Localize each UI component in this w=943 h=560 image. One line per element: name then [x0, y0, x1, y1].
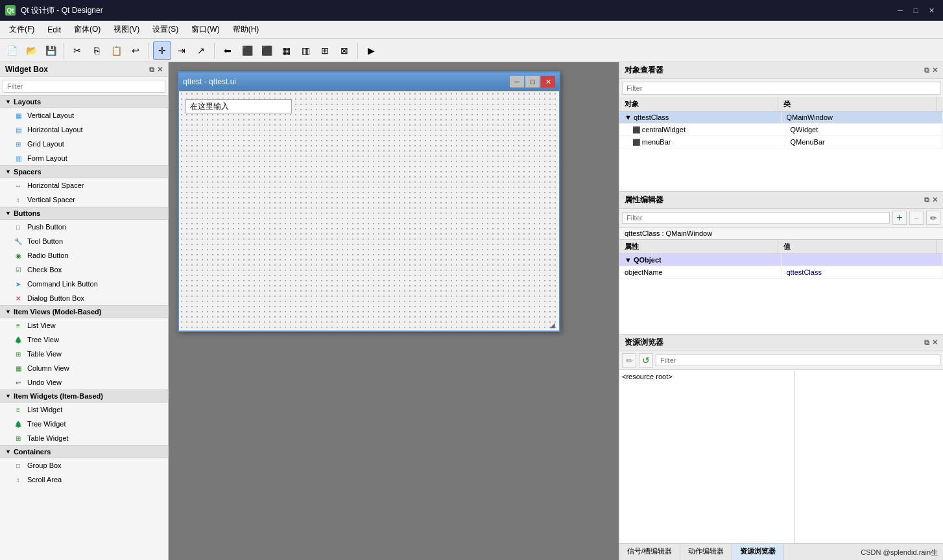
vertical-layout-icon: ▦ [13, 110, 23, 121]
property-filter[interactable] [622, 212, 890, 224]
prop-remove-btn[interactable]: − [909, 211, 924, 225]
widget-table-widget[interactable]: ⊞ Table Widget [0, 431, 168, 445]
toolbar-select[interactable]: ✛ [153, 41, 171, 60]
obj-row-qttest[interactable]: ▼ qttestClass QMainWindow [619, 111, 943, 124]
tab-action-editor[interactable]: 动作编辑器 [680, 544, 732, 560]
toolbar-new[interactable]: 📄 [3, 41, 21, 60]
widget-vertical-layout[interactable]: ▦ Vertical Layout [0, 108, 168, 122]
widget-tree-widget[interactable]: 🌲 Tree Widget [0, 417, 168, 431]
menu-form[interactable]: 窗体(O) [67, 21, 107, 38]
widget-command-link-button[interactable]: ➤ Command Link Button [0, 277, 168, 291]
resource-refresh-btn[interactable]: ↺ [639, 353, 653, 368]
design-window-maximize[interactable]: □ [525, 76, 540, 88]
prop-cell-objectname-val[interactable]: qttestClass [782, 266, 944, 278]
toolbar-align-left[interactable]: ⬅ [219, 41, 237, 60]
widget-radio-button[interactable]: ◉ Radio Button [0, 248, 168, 262]
resource-browser-float[interactable]: ⧉ [924, 338, 929, 347]
design-window-close[interactable]: ✕ [541, 76, 555, 88]
widget-box-filter[interactable] [3, 80, 165, 93]
design-window-minimize[interactable]: ─ [510, 76, 524, 88]
widget-vertical-spacer[interactable]: ↕ Vertical Spacer [0, 192, 168, 207]
resource-edit-btn[interactable]: ✏ [622, 353, 636, 368]
obj-row-menubar[interactable]: ⬛ menuBar QMenuBar [619, 136, 943, 148]
widget-horizontal-spacer[interactable]: ↔ Horizontal Spacer [0, 178, 168, 192]
title-bar-controls[interactable]: ─ □ ✕ [894, 4, 938, 17]
widget-push-button[interactable]: □ Push Button [0, 220, 168, 234]
object-inspector-controls[interactable]: ⧉ ✕ [924, 66, 938, 75]
design-window-controls[interactable]: ─ □ ✕ [510, 76, 555, 88]
resource-tree[interactable]: <resource root> [619, 370, 794, 543]
widget-dialog-button-box[interactable]: ✕ Dialog Button Box [0, 291, 168, 305]
toolbar-align-center[interactable]: ⬛ [238, 41, 256, 60]
widget-tool-button[interactable]: 🔧 Tool Button [0, 234, 168, 248]
toolbar-tab-order[interactable]: ⇥ [173, 41, 191, 60]
menu-window[interactable]: 窗口(W) [185, 21, 226, 38]
toolbar-layout-h[interactable]: ▦ [277, 41, 295, 60]
category-item-widgets-label: Item Widgets (Item-Based) [14, 392, 103, 400]
toolbar-preview[interactable]: ▶ [362, 41, 380, 60]
tab-signal-editor[interactable]: 信号/槽编辑器 [619, 544, 680, 560]
resource-browser-controls[interactable]: ⧉ ✕ [924, 338, 938, 347]
obj-row-central[interactable]: ⬛ centralWidget QWidget [619, 124, 943, 136]
toolbar-buddy[interactable]: ↗ [192, 41, 210, 60]
toolbar-paste[interactable]: 📋 [107, 41, 125, 60]
menu-settings[interactable]: 设置(S) [146, 21, 185, 38]
menu-view[interactable]: 视图(V) [107, 21, 146, 38]
toolbar-cut[interactable]: ✂ [68, 41, 86, 60]
prop-edit-btn[interactable]: ✏ [926, 211, 940, 225]
object-inspector-filter[interactable] [622, 82, 940, 95]
widget-grid-layout[interactable]: ⊞ Grid Layout [0, 137, 168, 151]
category-spacers[interactable]: ▼ Spacers [0, 165, 168, 178]
toolbar-break[interactable]: ⊠ [335, 41, 353, 60]
resize-handle[interactable]: ◢ [550, 321, 556, 328]
property-editor-controls[interactable]: ⧉ ✕ [924, 196, 938, 204]
widget-check-box[interactable]: ☑ Check Box [0, 262, 168, 277]
resource-filter[interactable] [656, 355, 940, 366]
toolbar-sep3 [214, 43, 215, 58]
property-editor-float[interactable]: ⧉ [924, 196, 929, 204]
toolbar-layout-v[interactable]: ▥ [296, 41, 315, 60]
widget-scroll-area[interactable]: ↕ Scroll Area [0, 472, 168, 487]
toolbar-layout-g[interactable]: ⊞ [316, 41, 334, 60]
widget-list-widget[interactable]: ≡ List Widget [0, 402, 168, 417]
toolbar-copy[interactable]: ⎘ [88, 41, 106, 60]
minimize-button[interactable]: ─ [894, 4, 907, 17]
widget-box-close[interactable]: ✕ [157, 65, 163, 74]
resource-browser-close[interactable]: ✕ [932, 338, 938, 347]
menu-file[interactable]: 文件(F) [3, 21, 41, 38]
category-buttons[interactable]: ▼ Buttons [0, 207, 168, 220]
widget-table-view[interactable]: ⊞ Table View [0, 347, 168, 361]
object-inspector-float[interactable]: ⧉ [924, 66, 929, 75]
category-item-widgets[interactable]: ▼ Item Widgets (Item-Based) [0, 390, 168, 402]
tab-resource-browser[interactable]: 资源浏览器 [732, 544, 784, 560]
widget-undo-view[interactable]: ↩ Undo View [0, 375, 168, 390]
design-canvas[interactable]: ◢ [179, 91, 559, 331]
close-button[interactable]: ✕ [925, 4, 938, 17]
menu-edit[interactable]: Edit [41, 23, 67, 37]
widget-list-view[interactable]: ≡ List View [0, 318, 168, 332]
design-text-input[interactable] [185, 99, 292, 113]
property-editor-close[interactable]: ✕ [932, 196, 938, 204]
category-item-views[interactable]: ▼ Item Views (Model-Based) [0, 305, 168, 318]
prop-add-btn[interactable]: + [892, 211, 907, 225]
toolbar-save[interactable]: 💾 [42, 41, 60, 60]
toolbar-open[interactable]: 📂 [22, 41, 40, 60]
widget-box-float[interactable]: ⧉ [149, 65, 154, 74]
list-view-icon: ≡ [13, 320, 23, 331]
maximize-button[interactable]: □ [909, 4, 922, 17]
object-inspector-close[interactable]: ✕ [932, 66, 938, 75]
toolbar-undo[interactable]: ↩ [126, 41, 145, 60]
widget-group-box[interactable]: □ Group Box [0, 458, 168, 472]
form-layout-icon: ▥ [13, 153, 23, 163]
widget-column-view[interactable]: ▦ Column View [0, 361, 168, 375]
category-containers[interactable]: ▼ Containers [0, 445, 168, 458]
prop-row-objectname[interactable]: objectName qttestClass [619, 266, 943, 279]
category-layouts[interactable]: ▼ Layouts [0, 95, 168, 108]
menu-help[interactable]: 帮助(H) [226, 21, 266, 38]
widget-form-layout[interactable]: ▥ Form Layout [0, 151, 168, 165]
object-inspector-header: 对象查看器 ⧉ ✕ [619, 62, 943, 79]
widget-tree-view[interactable]: 🌲 Tree View [0, 332, 168, 347]
toolbar-align-right[interactable]: ⬛ [257, 41, 276, 60]
widget-horizontal-layout[interactable]: ▤ Horizontal Layout [0, 122, 168, 137]
widget-box-controls[interactable]: ⧉ ✕ [149, 65, 163, 74]
